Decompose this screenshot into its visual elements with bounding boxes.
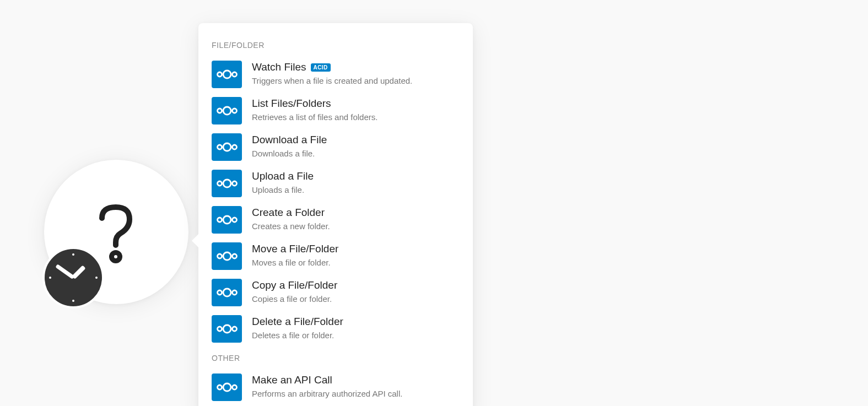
nextcloud-icon — [216, 287, 238, 298]
action-title: Upload a File — [252, 170, 314, 183]
nextcloud-icon — [216, 69, 238, 80]
app-icon — [212, 279, 242, 306]
section-heading: FILE/FOLDER — [212, 41, 460, 50]
action-title: List Files/Folders — [252, 98, 331, 110]
svg-point-7 — [223, 107, 231, 115]
app-icon — [212, 170, 242, 197]
acid-badge: ACID — [311, 63, 331, 72]
action-description: Downloads a file. — [252, 148, 327, 159]
svg-point-38 — [232, 327, 236, 331]
svg-point-8 — [232, 109, 236, 113]
app-icon — [212, 133, 242, 161]
panel-pointer — [192, 234, 198, 247]
action-description: Performs an arbitrary authorized API cal… — [252, 388, 402, 399]
action-watch-files[interactable]: Watch FilesACIDTriggers when a file is c… — [212, 56, 460, 93]
action-text: Copy a File/FolderCopies a file or folde… — [252, 279, 337, 304]
svg-point-43 — [232, 385, 236, 389]
action-text: Upload a FileUploads a file. — [252, 170, 314, 195]
scenario-node[interactable] — [44, 160, 188, 304]
nextcloud-icon — [216, 382, 238, 393]
clock-icon — [42, 247, 104, 308]
action-text: List Files/FoldersRetrieves a list of fi… — [252, 97, 378, 122]
action-description: Copies a file or folder. — [252, 294, 337, 305]
action-title: Make an API Call — [252, 374, 332, 387]
app-icon — [212, 206, 242, 234]
svg-point-16 — [217, 181, 222, 186]
app-icon — [212, 315, 242, 343]
action-text: Watch FilesACIDTriggers when a file is c… — [252, 61, 412, 86]
action-description: Retrieves a list of files and folders. — [252, 112, 378, 123]
action-description: Creates a new folder. — [252, 221, 330, 232]
action-copy-file-folder[interactable]: Copy a File/FolderCopies a file or folde… — [212, 274, 460, 311]
nextcloud-icon — [216, 142, 238, 153]
app-icon — [212, 242, 242, 270]
svg-point-13 — [232, 145, 236, 149]
nextcloud-icon — [216, 105, 238, 116]
svg-point-21 — [217, 218, 222, 222]
action-delete-file-folder[interactable]: Delete a File/FolderDeletes a file or fo… — [212, 311, 460, 347]
svg-point-18 — [232, 181, 236, 186]
action-title: Move a File/Folder — [252, 243, 338, 256]
svg-point-17 — [223, 180, 231, 187]
svg-point-6 — [217, 109, 222, 113]
nextcloud-icon — [216, 178, 238, 189]
action-upload-file[interactable]: Upload a FileUploads a file. — [212, 165, 460, 202]
nextcloud-icon — [216, 323, 238, 334]
action-title: Watch Files — [252, 61, 306, 74]
svg-point-41 — [217, 385, 222, 389]
module-actions-panel: FILE/FOLDERWatch FilesACIDTriggers when … — [198, 23, 473, 406]
action-description: Uploads a file. — [252, 185, 314, 196]
svg-point-42 — [223, 383, 231, 391]
nextcloud-icon — [216, 251, 238, 262]
svg-point-23 — [232, 218, 236, 222]
svg-point-0 — [112, 253, 120, 261]
svg-point-36 — [217, 327, 222, 331]
nextcloud-icon — [216, 214, 238, 225]
action-list-files-folders[interactable]: List Files/FoldersRetrieves a list of fi… — [212, 93, 460, 129]
action-download-file[interactable]: Download a FileDownloads a file. — [212, 129, 460, 165]
svg-point-26 — [217, 254, 222, 258]
action-description: Triggers when a file is created and upda… — [252, 75, 412, 86]
action-title: Copy a File/Folder — [252, 279, 337, 292]
svg-point-37 — [223, 325, 231, 333]
svg-point-12 — [223, 143, 231, 151]
action-text: Make an API CallPerforms an arbitrary au… — [252, 373, 402, 399]
action-description: Moves a file or folder. — [252, 257, 338, 268]
app-icon — [212, 61, 242, 88]
action-title: Download a File — [252, 134, 327, 147]
svg-point-32 — [223, 289, 231, 296]
node-circle — [44, 160, 188, 304]
action-text: Download a FileDownloads a file. — [252, 133, 327, 159]
action-title: Delete a File/Folder — [252, 316, 343, 328]
section-heading: OTHER — [212, 354, 460, 362]
action-make-api-call[interactable]: Make an API CallPerforms an arbitrary au… — [212, 369, 460, 405]
svg-point-31 — [217, 290, 222, 295]
svg-point-27 — [223, 252, 231, 260]
svg-point-2 — [223, 71, 231, 78]
action-move-file-folder[interactable]: Move a File/FolderMoves a file or folder… — [212, 238, 460, 274]
svg-point-1 — [217, 72, 222, 77]
action-create-folder[interactable]: Create a FolderCreates a new folder. — [212, 202, 460, 238]
action-text: Create a FolderCreates a new folder. — [252, 206, 330, 231]
svg-point-11 — [217, 145, 222, 149]
svg-point-3 — [232, 72, 236, 77]
app-icon — [212, 97, 242, 124]
action-text: Move a File/FolderMoves a file or folder… — [252, 242, 338, 268]
action-description: Deletes a file or folder. — [252, 330, 343, 341]
action-text: Delete a File/FolderDeletes a file or fo… — [252, 315, 343, 340]
svg-point-33 — [232, 290, 236, 295]
svg-point-28 — [232, 254, 236, 258]
app-icon — [212, 373, 242, 401]
svg-point-22 — [223, 216, 231, 224]
action-title: Create a Folder — [252, 207, 325, 219]
